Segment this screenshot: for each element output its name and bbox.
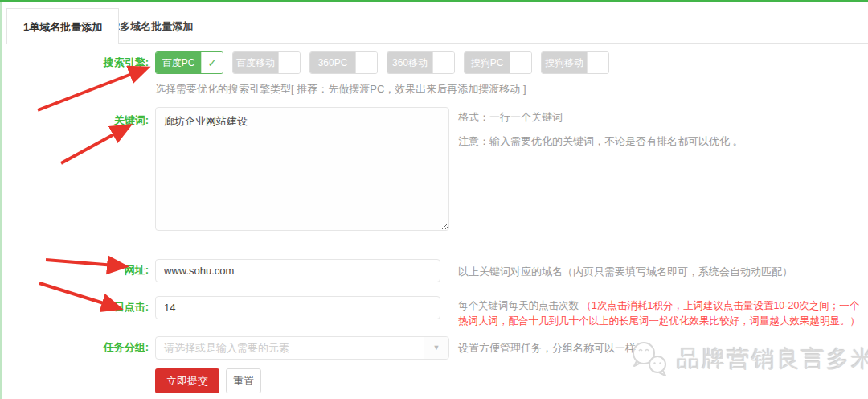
engine-option-label: 360移动 xyxy=(387,52,432,73)
engine-option-sogou-mobile[interactable]: 搜狗移动 xyxy=(541,51,609,74)
checkbox-empty xyxy=(510,52,531,73)
engine-option-baidu-pc[interactable]: 百度PC ✓ xyxy=(155,51,223,74)
daily-clicks-input[interactable] xyxy=(155,296,440,319)
task-group-select[interactable]: 请选择或是输入需要的元素 ▼ xyxy=(155,336,449,360)
search-engine-label: 搜索引擎: xyxy=(0,51,149,74)
daily-clicks-label: 日点击: xyxy=(0,296,149,319)
engine-option-label: 百度PC xyxy=(156,52,201,73)
watermark-text: 品牌营销良言多米 xyxy=(677,343,868,376)
task-group-label: 任务分组: xyxy=(0,336,149,359)
engine-option-360-mobile[interactable]: 360移动 xyxy=(387,51,455,74)
watermark: 品牌营销良言多米 xyxy=(628,339,868,380)
arrow-to-search-engine xyxy=(38,68,146,110)
keywords-textarea[interactable]: 廊坊企业网站建设 xyxy=(155,107,449,231)
url-input[interactable] xyxy=(155,259,440,282)
search-engine-options: 百度PC ✓ 百度移动 360PC 360移动 搜狗PC 搜狗移动 xyxy=(155,51,609,74)
reset-button[interactable]: 重置 xyxy=(226,368,261,393)
engine-option-label: 360PC xyxy=(310,52,355,73)
url-hint: 以上关键词对应的域名（内页只需要填写域名即可，系统会自动动匹配） xyxy=(458,265,792,279)
submit-button[interactable]: 立即提交 xyxy=(155,368,219,393)
url-label: 网址: xyxy=(0,259,149,282)
tab-single-domain-batch-add[interactable]: 1单域名批量添加 xyxy=(6,8,119,44)
keywords-format-hint: 格式：一行一个关键词 xyxy=(458,110,563,125)
engine-option-sogou-pc[interactable]: 搜狗PC xyxy=(464,51,532,74)
keywords-note-hint: 注意：输入需要优化的关键词，不论是否有排名都可以优化 。 xyxy=(458,134,743,149)
engine-option-360-pc[interactable]: 360PC xyxy=(309,51,378,74)
daily-clicks-hint: 每个关键词每天的点击次数 （1次点击消耗1积分，上词建议点击量设置10-20次之… xyxy=(458,298,864,329)
checkbox-empty xyxy=(587,52,608,73)
keywords-label: 关键词: xyxy=(0,109,149,132)
engine-option-baidu-mobile[interactable]: 百度移动 xyxy=(232,51,301,74)
top-accent-bar xyxy=(0,0,868,2)
check-icon: ✓ xyxy=(201,52,223,73)
engine-option-label: 搜狗移动 xyxy=(542,52,587,73)
chevron-down-icon[interactable]: ▼ xyxy=(424,337,448,359)
checkbox-empty xyxy=(432,52,454,73)
checkbox-empty xyxy=(278,52,300,73)
daily-clicks-hint-gray: 每个关键词每天的点击次数 xyxy=(458,300,581,311)
checkbox-empty xyxy=(355,52,377,73)
batch-keyword-add-page: 1单域名批量添加 2多域名批量添加 搜索引擎: 百度PC ✓ 百度移动 360P… xyxy=(0,0,868,399)
task-group-placeholder: 请选择或是输入需要的元素 xyxy=(156,337,424,359)
task-group-hint: 设置方便管理任务，分组名称可以一样 xyxy=(458,341,636,356)
engine-option-label: 搜狗PC xyxy=(465,52,510,73)
search-engine-hint: 选择需要优化的搜索引擎类型[ 推荐：先做摆渡PC，效果出来后再添加摆渡移动 ] xyxy=(155,82,526,97)
engine-option-label: 百度移动 xyxy=(233,52,278,73)
